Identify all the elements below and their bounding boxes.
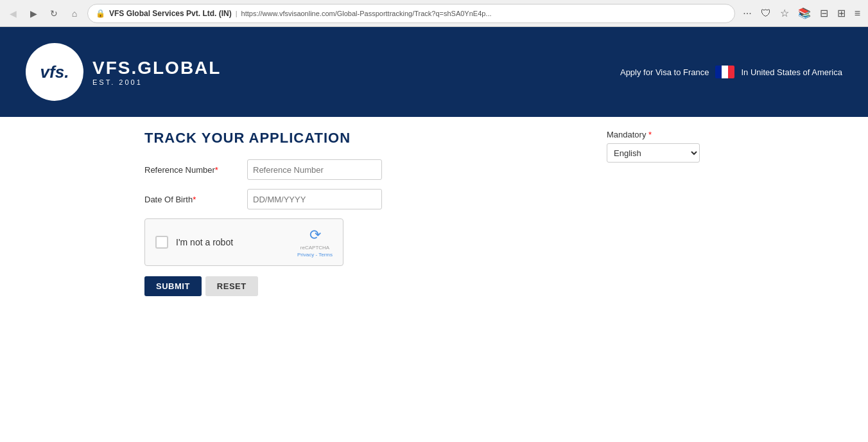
recaptcha-brand-text: reCAPTCHA	[300, 245, 329, 251]
layout-button[interactable]: ⊟	[817, 4, 831, 22]
reference-number-row: Reference Number*	[144, 159, 594, 180]
submit-button[interactable]: SUBMIT	[144, 276, 202, 296]
captcha-checkbox[interactable]	[155, 236, 168, 249]
button-row: SUBMIT RESET	[144, 276, 594, 296]
france-flag	[715, 66, 734, 78]
captcha-wrapper: I'm not a robot ⟳ reCAPTCHA Privacy - Te…	[144, 218, 343, 266]
main-content: TRACK YOUR APPLICATION Reference Number*…	[144, 130, 594, 429]
home-button[interactable]: ⌂	[67, 6, 82, 21]
reference-label: Reference Number*	[144, 165, 247, 175]
site-name-label: VFS Global Services Pvt. Ltd. (IN)	[109, 9, 232, 18]
address-bar[interactable]: 🔒 VFS Global Services Pvt. Ltd. (IN) | h…	[87, 4, 735, 23]
flag-white	[722, 66, 728, 78]
reference-number-input[interactable]	[247, 159, 382, 180]
secure-icon: 🔒	[96, 9, 105, 18]
logo-area: vfs. VFS.GLOBAL EST. 2001	[26, 43, 221, 101]
menu-button[interactable]: ≡	[852, 5, 863, 22]
reference-required-star: *	[215, 165, 218, 175]
logo-sub-text: EST. 2001	[92, 78, 221, 86]
reset-button[interactable]: RESET	[205, 276, 258, 296]
more-options-button[interactable]: ···	[740, 5, 754, 22]
location-text: In United States of America	[741, 67, 842, 77]
apply-visa-link[interactable]: Apply for Visa to France	[620, 67, 709, 77]
shield-button[interactable]: 🛡	[758, 5, 774, 22]
dob-row: Date Of Birth*	[144, 189, 594, 209]
header-right: Apply for Visa to France In United State…	[620, 66, 842, 78]
mandatory-star: *	[646, 130, 652, 139]
flag-blue	[715, 66, 722, 78]
dob-input[interactable]	[247, 189, 382, 209]
recaptcha-logo-icon: ⟳	[309, 227, 321, 243]
page-title: TRACK YOUR APPLICATION	[144, 130, 594, 146]
reload-button[interactable]: ↻	[46, 6, 62, 21]
library-button[interactable]: 📚	[795, 4, 813, 22]
logo-circle: vfs.	[26, 43, 83, 101]
logo-vfs-text: vfs.	[40, 62, 69, 82]
dob-label: Date Of Birth*	[144, 195, 247, 204]
recaptcha-links-text: Privacy - Terms	[297, 252, 333, 258]
mandatory-label: Mandatory *	[607, 130, 735, 139]
back-button[interactable]: ◀	[5, 6, 21, 21]
captcha-box: I'm not a robot ⟳ reCAPTCHA Privacy - Te…	[144, 218, 343, 266]
url-separator: |	[236, 10, 238, 17]
sidebar-right: Mandatory * English French Spanish Germa…	[594, 130, 735, 429]
logo-main-text: VFS.GLOBAL	[92, 58, 221, 78]
dob-required-star: *	[193, 195, 196, 204]
language-select[interactable]: English French Spanish German	[607, 143, 700, 163]
url-text: https://www.vfsvisaonline.com/Global-Pas…	[241, 10, 727, 17]
site-header: vfs. VFS.GLOBAL EST. 2001 Apply for Visa…	[0, 27, 868, 117]
logo-text-area: VFS.GLOBAL EST. 2001	[92, 58, 221, 86]
extensions-button[interactable]: ⊞	[835, 4, 848, 22]
captcha-left: I'm not a robot	[155, 236, 233, 249]
bookmark-button[interactable]: ☆	[777, 4, 792, 22]
captcha-right: ⟳ reCAPTCHA Privacy - Terms	[297, 227, 333, 258]
captcha-label: I'm not a robot	[176, 237, 233, 247]
flag-red	[728, 66, 734, 78]
forward-button[interactable]: ▶	[26, 6, 41, 21]
